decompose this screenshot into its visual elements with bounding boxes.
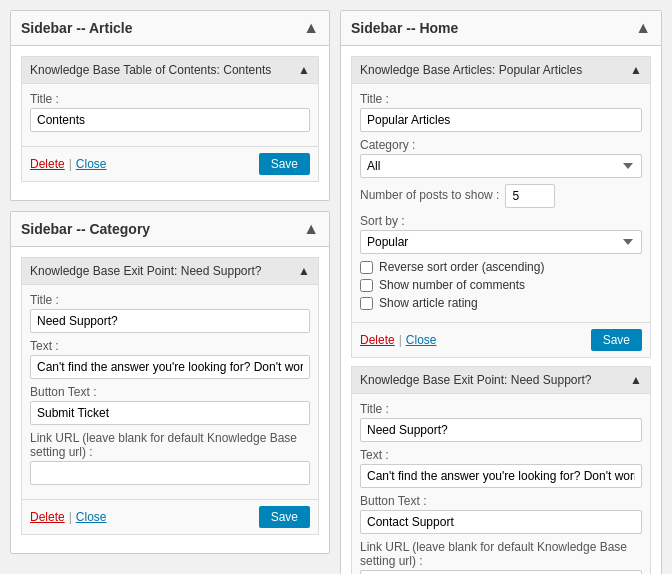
toc-widget-toggle[interactable]: ▲	[298, 63, 310, 77]
exit-cat-footer-links: Delete | Close	[30, 510, 107, 524]
pa-category-field: Category : All	[360, 138, 642, 178]
exit-category-widget: Knowledge Base Exit Point: Need Support?…	[21, 257, 319, 535]
sidebar-article-title: Sidebar -- Article	[21, 20, 133, 36]
exit-cat-btn-field: Button Text :	[30, 385, 310, 425]
pa-title-input[interactable]	[360, 108, 642, 132]
sidebar-article-body: Knowledge Base Table of Contents: Conten…	[11, 46, 329, 200]
pa-sort-label-text: Reverse sort order (ascending)	[379, 260, 544, 274]
pa-checkbox-sort: Reverse sort order (ascending)	[360, 260, 642, 274]
exit-home-url-input[interactable]	[360, 570, 642, 574]
pa-sep: |	[399, 333, 402, 347]
toc-footer-links: Delete | Close	[30, 157, 107, 171]
sidebar-home-body: Knowledge Base Articles: Popular Article…	[341, 46, 661, 574]
exit-category-header: Knowledge Base Exit Point: Need Support?…	[22, 258, 318, 285]
toc-widget: Knowledge Base Table of Contents: Conten…	[21, 56, 319, 182]
exit-cat-title-field: Title :	[30, 293, 310, 333]
exit-cat-title-label: Title :	[30, 293, 310, 307]
sidebar-article-toggle[interactable]: ▲	[303, 19, 319, 37]
pa-close-link[interactable]: Close	[406, 333, 437, 347]
pa-posts-input[interactable]	[505, 184, 555, 208]
sidebar-home-toggle[interactable]: ▲	[635, 19, 651, 37]
pa-sort-label: Sort by :	[360, 214, 642, 228]
pa-sort-checkbox[interactable]	[360, 261, 373, 274]
exit-cat-save-button[interactable]: Save	[259, 506, 310, 528]
exit-home-header: Knowledge Base Exit Point: Need Support?…	[352, 367, 650, 394]
exit-cat-sep: |	[69, 510, 72, 524]
sidebar-category-toggle[interactable]: ▲	[303, 220, 319, 238]
pa-save-button[interactable]: Save	[591, 329, 642, 351]
pa-checkbox-comments: Show number of comments	[360, 278, 642, 292]
exit-home-text-field: Text :	[360, 448, 642, 488]
exit-home-title-input[interactable]	[360, 418, 642, 442]
exit-home-btn-input[interactable]	[360, 510, 642, 534]
exit-cat-btn-label: Button Text :	[30, 385, 310, 399]
pa-sort-field: Sort by : Popular	[360, 214, 642, 254]
sidebar-home-header: Sidebar -- Home ▲	[341, 11, 661, 46]
exit-cat-url-field: Link URL (leave blank for default Knowle…	[30, 431, 310, 485]
exit-cat-title-input[interactable]	[30, 309, 310, 333]
exit-cat-url-input[interactable]	[30, 461, 310, 485]
exit-home-body: Title : Text : Button Text : Link U	[352, 394, 650, 574]
exit-category-title: Knowledge Base Exit Point: Need Support?	[30, 264, 262, 278]
exit-home-toggle[interactable]: ▲	[630, 373, 642, 387]
pa-title-field: Title :	[360, 92, 642, 132]
toc-save-button[interactable]: Save	[259, 153, 310, 175]
toc-title-field: Title :	[30, 92, 310, 132]
sidebar-article-header: Sidebar -- Article ▲	[11, 11, 329, 46]
sidebar-category-title: Sidebar -- Category	[21, 221, 150, 237]
pa-comments-checkbox[interactable]	[360, 279, 373, 292]
exit-cat-text-field: Text :	[30, 339, 310, 379]
pa-footer-links: Delete | Close	[360, 333, 437, 347]
popular-articles-toggle[interactable]: ▲	[630, 63, 642, 77]
exit-cat-btn-input[interactable]	[30, 401, 310, 425]
exit-home-url-field: Link URL (leave blank for default Knowle…	[360, 540, 642, 574]
popular-articles-header: Knowledge Base Articles: Popular Article…	[352, 57, 650, 84]
exit-cat-text-input[interactable]	[30, 355, 310, 379]
pa-sort-select[interactable]: Popular	[360, 230, 642, 254]
exit-home-title: Knowledge Base Exit Point: Need Support?	[360, 373, 592, 387]
sidebar-category-panel: Sidebar -- Category ▲ Knowledge Base Exi…	[10, 211, 330, 554]
exit-home-text-input[interactable]	[360, 464, 642, 488]
pa-delete-link[interactable]: Delete	[360, 333, 395, 347]
pa-comments-label-text: Show number of comments	[379, 278, 525, 292]
toc-title-input[interactable]	[30, 108, 310, 132]
sidebar-home-panel: Sidebar -- Home ▲ Knowledge Base Article…	[340, 10, 662, 574]
sidebar-home-title: Sidebar -- Home	[351, 20, 458, 36]
exit-home-widget: Knowledge Base Exit Point: Need Support?…	[351, 366, 651, 574]
toc-sep: |	[69, 157, 72, 171]
exit-cat-close-link[interactable]: Close	[76, 510, 107, 524]
pa-posts-field: Number of posts to show :	[360, 184, 642, 208]
exit-home-btn-field: Button Text :	[360, 494, 642, 534]
pa-checkbox-rating: Show article rating	[360, 296, 642, 310]
sidebar-category-header: Sidebar -- Category ▲	[11, 212, 329, 247]
exit-home-text-label: Text :	[360, 448, 642, 462]
pa-category-select[interactable]: All	[360, 154, 642, 178]
pa-posts-inline: Number of posts to show :	[360, 184, 642, 208]
toc-close-link[interactable]: Close	[76, 157, 107, 171]
popular-articles-widget: Knowledge Base Articles: Popular Article…	[351, 56, 651, 358]
toc-widget-title: Knowledge Base Table of Contents: Conten…	[30, 63, 271, 77]
sidebar-category-body: Knowledge Base Exit Point: Need Support?…	[11, 247, 329, 553]
toc-title-label: Title :	[30, 92, 310, 106]
pa-rating-checkbox[interactable]	[360, 297, 373, 310]
exit-cat-text-label: Text :	[30, 339, 310, 353]
exit-cat-delete-link[interactable]: Delete	[30, 510, 65, 524]
pa-title-label: Title :	[360, 92, 642, 106]
popular-articles-footer: Delete | Close Save	[352, 322, 650, 357]
popular-articles-title: Knowledge Base Articles: Popular Article…	[360, 63, 582, 77]
toc-widget-header: Knowledge Base Table of Contents: Conten…	[22, 57, 318, 84]
sidebar-article-panel: Sidebar -- Article ▲ Knowledge Base Tabl…	[10, 10, 330, 201]
exit-category-toggle[interactable]: ▲	[298, 264, 310, 278]
pa-posts-label: Number of posts to show :	[360, 188, 499, 202]
toc-widget-body: Title :	[22, 84, 318, 146]
exit-home-url-label: Link URL (leave blank for default Knowle…	[360, 540, 642, 568]
exit-home-title-label: Title :	[360, 402, 642, 416]
exit-category-body: Title : Text : Button Text : Link U	[22, 285, 318, 499]
exit-home-title-field: Title :	[360, 402, 642, 442]
toc-widget-footer: Delete | Close Save	[22, 146, 318, 181]
pa-rating-label-text: Show article rating	[379, 296, 478, 310]
exit-category-footer: Delete | Close Save	[22, 499, 318, 534]
pa-category-label: Category :	[360, 138, 642, 152]
popular-articles-body: Title : Category : All Number of posts t…	[352, 84, 650, 322]
toc-delete-link[interactable]: Delete	[30, 157, 65, 171]
